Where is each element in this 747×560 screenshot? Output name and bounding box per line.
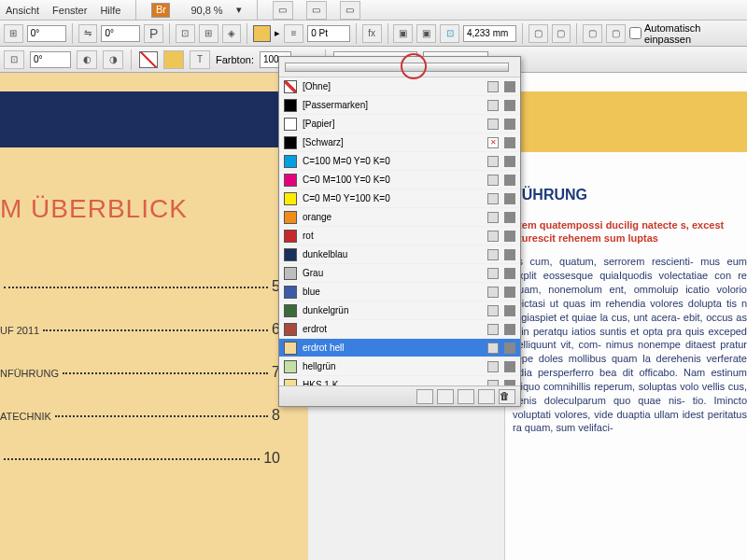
shear-field[interactable]: 0° bbox=[101, 25, 140, 42]
farbton-label: Farbton: bbox=[216, 54, 254, 65]
swatch-color bbox=[284, 174, 297, 187]
separator bbox=[72, 23, 73, 44]
ref-point-icon[interactable]: ⊞ bbox=[4, 24, 23, 43]
swatch-type-icon bbox=[504, 81, 515, 92]
swatch-status-icon bbox=[487, 287, 499, 298]
swatch-name: dunkelblau bbox=[303, 249, 482, 259]
swatch-type-icon bbox=[504, 343, 515, 354]
menu-hilfe[interactable]: Hilfe bbox=[100, 5, 120, 16]
toc-dots bbox=[43, 329, 268, 331]
show-color-icon[interactable] bbox=[437, 389, 454, 404]
swatch-row[interactable]: C=100 M=0 Y=0 K=0 bbox=[279, 152, 520, 171]
toc-dots bbox=[4, 287, 268, 288]
tint-slider-row bbox=[279, 57, 520, 77]
swatch-color bbox=[284, 379, 297, 386]
auto-fit-checkbox[interactable]: Automatisch einpassen bbox=[629, 22, 743, 45]
stroke-weight-field[interactable]: 0 Pt bbox=[307, 25, 350, 42]
swatch-row[interactable]: rot bbox=[279, 227, 520, 245]
toc-list: 5UF 20116NFÜHRUNG7ATECHNIK810 bbox=[0, 278, 280, 493]
show-all-icon[interactable] bbox=[416, 389, 433, 404]
tool-icon[interactable]: ◐ bbox=[77, 50, 97, 69]
swatch-status-icon bbox=[487, 193, 499, 204]
swatch-status-icon bbox=[487, 119, 499, 130]
wrap2-icon[interactable]: ▣ bbox=[416, 24, 436, 43]
swatch-name: erdrot bbox=[303, 324, 482, 334]
page-title: M ÜBERBLICK bbox=[0, 194, 188, 224]
tool2-icon[interactable]: ◑ bbox=[103, 50, 123, 69]
lock-icon[interactable]: ⊡ bbox=[4, 50, 24, 69]
swatch-name: orange bbox=[303, 212, 482, 222]
tint-slider[interactable] bbox=[285, 63, 509, 72]
swatch-row[interactable]: [Schwarz]✕ bbox=[279, 133, 520, 152]
swatch-name: blue bbox=[303, 287, 482, 297]
swatches-panel[interactable]: [Ohne][Passermarken][Papier][Schwarz]✕C=… bbox=[278, 56, 521, 407]
swatch-row[interactable]: [Papier] bbox=[279, 115, 520, 133]
swatch-status-icon bbox=[487, 361, 499, 372]
effects-icon[interactable]: fx bbox=[362, 24, 382, 43]
swatch-name: [Schwarz] bbox=[303, 137, 482, 147]
swatch-name: [Passermarken] bbox=[303, 100, 482, 110]
stroke-weight-icon[interactable]: ≡ bbox=[284, 24, 303, 43]
swatch-row[interactable]: erdrot hell bbox=[279, 339, 520, 357]
swatch-name: C=0 M=0 Y=100 K=0 bbox=[303, 193, 482, 203]
pathfinder-icon[interactable]: ◈ bbox=[222, 24, 242, 43]
swatch-row[interactable]: [Ohne] bbox=[279, 77, 520, 96]
swatch-dropdown-icon[interactable]: ▸ bbox=[275, 27, 280, 39]
bridge-icon[interactable]: Br bbox=[151, 3, 170, 18]
separator bbox=[388, 23, 388, 44]
swatch-color bbox=[284, 155, 297, 168]
swatch-row[interactable]: C=0 M=100 Y=0 K=0 bbox=[279, 171, 520, 189]
separator bbox=[131, 49, 132, 70]
delete-swatch-icon[interactable]: 🗑 bbox=[499, 389, 515, 404]
swatch-name: HKS 1 K bbox=[303, 380, 482, 385]
swatch-status-icon bbox=[487, 100, 499, 111]
center-icon[interactable]: ▢ bbox=[583, 24, 602, 43]
menu-fenster[interactable]: Fenster bbox=[52, 5, 87, 16]
swatch-type-icon bbox=[504, 324, 515, 335]
swatch-row[interactable]: C=0 M=0 Y=100 K=0 bbox=[279, 189, 520, 208]
bg-swatch[interactable] bbox=[163, 50, 184, 69]
swatch-type-icon bbox=[504, 380, 515, 386]
swatch-row[interactable]: dunkelgrün bbox=[279, 301, 520, 320]
zoom-dropdown-icon[interactable]: ▾ bbox=[236, 4, 242, 16]
arrange-icon[interactable]: ▭ bbox=[340, 1, 360, 20]
yellow-header-bar bbox=[505, 91, 747, 152]
text-fill-icon[interactable]: T bbox=[190, 50, 210, 69]
swatch-row[interactable]: blue bbox=[279, 283, 520, 301]
distrib-icon[interactable]: ⊞ bbox=[199, 24, 218, 43]
fill-swatch[interactable] bbox=[253, 25, 271, 42]
toc-row: NFÜHRUNG7 bbox=[0, 364, 280, 381]
flip-h-icon[interactable]: ⇋ bbox=[78, 24, 98, 43]
mm-field[interactable]: 4,233 mm bbox=[463, 25, 516, 42]
swatch-row[interactable]: Grau bbox=[279, 264, 520, 283]
view-mode-icon[interactable]: ▭ bbox=[273, 1, 293, 20]
fit-content-icon[interactable]: ▢ bbox=[529, 24, 548, 43]
new-swatch-icon[interactable] bbox=[478, 389, 495, 404]
rotate-field[interactable]: 0° bbox=[27, 25, 66, 42]
menu-ansicht[interactable]: Ansicht bbox=[6, 5, 39, 16]
none-swatch[interactable] bbox=[139, 51, 158, 68]
show-gradient-icon[interactable] bbox=[458, 389, 474, 404]
frame-fit-icon[interactable]: ⊡ bbox=[440, 24, 459, 43]
toc-row: UF 20116 bbox=[0, 321, 280, 338]
swatch-row[interactable]: erdrot bbox=[279, 320, 520, 339]
swatch-row[interactable]: hellgrün bbox=[279, 357, 520, 376]
swatch-row[interactable]: HKS 1 K bbox=[279, 376, 520, 385]
swatch-row[interactable]: dunkelblau bbox=[279, 245, 520, 264]
swatch-status-icon bbox=[487, 231, 499, 242]
swatch-status-icon bbox=[487, 81, 499, 92]
align-icon[interactable]: ⊡ bbox=[176, 24, 195, 43]
zoom-field[interactable]: 90,8 % bbox=[190, 5, 222, 16]
toc-page: 10 bbox=[263, 450, 280, 467]
auto-fit-input[interactable] bbox=[629, 27, 641, 39]
swatch-row[interactable]: orange bbox=[279, 208, 520, 227]
wrap-icon[interactable]: ▣ bbox=[393, 24, 413, 43]
screen-mode-icon[interactable]: ▭ bbox=[306, 1, 327, 20]
swatch-color bbox=[284, 80, 297, 93]
swatch-row[interactable]: [Passermarken] bbox=[279, 96, 520, 115]
swatch-type-icon bbox=[504, 287, 515, 298]
fit-frame-icon[interactable]: ▢ bbox=[552, 24, 571, 43]
angle2-field[interactable]: 0° bbox=[30, 51, 71, 68]
fill-prop-icon[interactable]: ▢ bbox=[606, 24, 626, 43]
paragraph-icon[interactable]: P bbox=[144, 24, 163, 43]
